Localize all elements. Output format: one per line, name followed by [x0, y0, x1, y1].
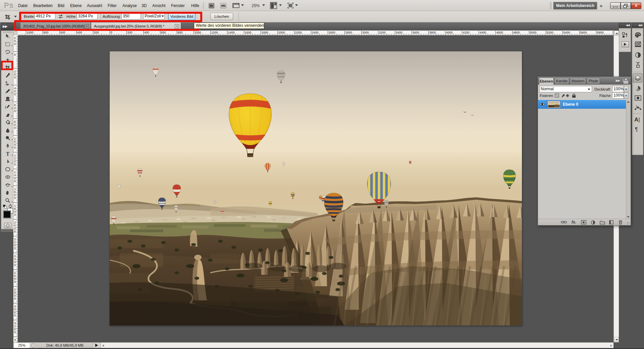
- svg-text:1000: 1000: [195, 31, 201, 34]
- svg-text:0: 0: [14, 247, 16, 250]
- svg-text:600: 600: [60, 31, 65, 34]
- svg-text:3: 3: [14, 338, 16, 342]
- svg-text:0: 0: [14, 53, 16, 56]
- svg-text:4000: 4000: [446, 31, 453, 34]
- svg-text:0: 0: [14, 126, 16, 130]
- svg-text:2600: 2600: [329, 31, 335, 34]
- svg-text:0: 0: [14, 196, 16, 200]
- svg-text:4600: 4600: [496, 31, 503, 34]
- svg-text:0: 0: [14, 180, 16, 183]
- svg-text:0: 0: [14, 93, 16, 96]
- svg-text:0: 0: [14, 109, 16, 113]
- svg-text:5600: 5600: [580, 31, 587, 34]
- svg-text:400: 400: [77, 31, 82, 34]
- svg-text:1200: 1200: [211, 31, 218, 34]
- svg-text:1600: 1600: [245, 31, 252, 34]
- svg-text:0: 0: [14, 76, 16, 79]
- svg-text:0: 0: [14, 331, 16, 334]
- svg-text:3800: 3800: [429, 31, 436, 34]
- svg-text:0: 0: [14, 297, 16, 300]
- svg-text:0: 0: [14, 213, 16, 216]
- svg-text:400: 400: [144, 31, 149, 34]
- svg-text:T: T: [6, 151, 10, 157]
- svg-text:800: 800: [44, 31, 49, 34]
- svg-text:0: 0: [14, 146, 16, 149]
- svg-text:200: 200: [94, 31, 99, 34]
- svg-text:0: 0: [14, 163, 16, 166]
- svg-text:5200: 5200: [547, 31, 553, 34]
- svg-text:4800: 4800: [513, 31, 520, 34]
- svg-text:2200: 2200: [295, 31, 302, 34]
- svg-text:3200: 3200: [379, 31, 386, 34]
- svg-text:2400: 2400: [312, 31, 319, 34]
- svg-text:0: 0: [111, 31, 112, 34]
- svg-text:1000: 1000: [27, 31, 34, 34]
- svg-text:0: 0: [14, 314, 16, 317]
- svg-text:3000: 3000: [362, 31, 369, 34]
- svg-text:5400: 5400: [564, 31, 570, 34]
- svg-text:0: 0: [14, 42, 16, 46]
- svg-text:3600: 3600: [413, 31, 419, 34]
- svg-text:4200: 4200: [463, 31, 470, 34]
- svg-text:0: 0: [14, 280, 16, 284]
- svg-text:1400: 1400: [228, 31, 235, 34]
- svg-text:200: 200: [127, 31, 132, 34]
- svg-text:5000: 5000: [530, 31, 537, 34]
- svg-text:0: 0: [14, 230, 16, 233]
- svg-text:0: 0: [14, 263, 16, 267]
- svg-text:2000: 2000: [278, 31, 285, 34]
- svg-text:4400: 4400: [480, 31, 486, 34]
- svg-text:600: 600: [161, 31, 166, 34]
- svg-text:3400: 3400: [396, 31, 402, 34]
- svg-text:2800: 2800: [345, 31, 352, 34]
- svg-text:800: 800: [178, 31, 183, 34]
- svg-text:5800: 5800: [597, 31, 604, 34]
- svg-text:1800: 1800: [262, 31, 268, 34]
